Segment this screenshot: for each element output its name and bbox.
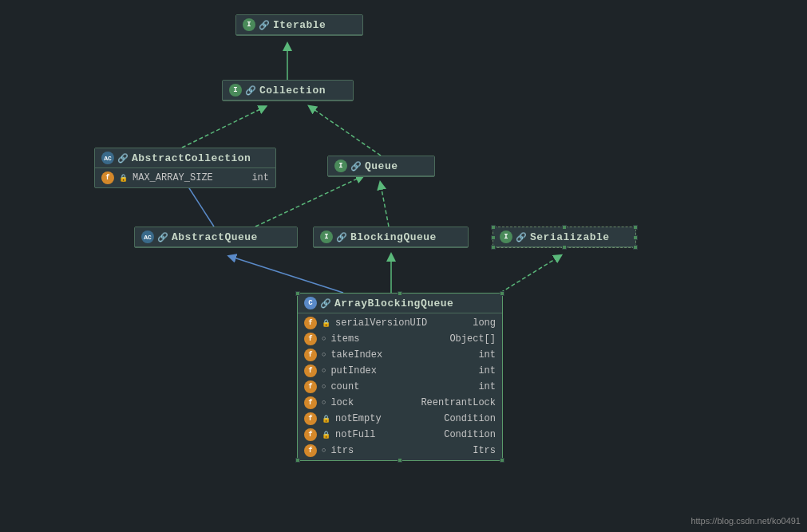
resize-handle-tr[interactable]	[633, 225, 638, 230]
svg-line-8	[231, 257, 343, 293]
queue-node: I 🔗 Queue	[327, 156, 435, 177]
resize-handle-br[interactable]	[633, 245, 638, 250]
svg-line-5	[311, 108, 381, 156]
field-type: Condition	[444, 413, 496, 424]
circle-icon: ○	[322, 351, 326, 359]
abstract-collection-body: f 🔒 MAX_ARRAY_SIZE int	[95, 168, 275, 187]
circle-icon: ○	[322, 447, 326, 455]
field-type: int	[251, 172, 269, 183]
table-row: f ○ takeIndex int	[298, 347, 502, 363]
svg-line-11	[381, 185, 389, 227]
field-type: ReentrantLock	[421, 397, 496, 408]
serializable-node: I 🔗 Serializable	[493, 227, 636, 248]
resize-handle-bl[interactable]	[491, 245, 496, 250]
field-name: lock	[330, 397, 416, 408]
resize-handle-tr[interactable]	[500, 291, 504, 296]
abstract-queue-badge: AC	[141, 231, 154, 243]
resize-handle-t[interactable]	[398, 291, 402, 296]
resize-handle-br[interactable]	[500, 458, 504, 463]
table-row: f ○ count int	[298, 379, 502, 395]
iterable-title: Iterable	[273, 19, 326, 31]
svg-line-4	[182, 108, 263, 148]
queue-title: Queue	[365, 160, 398, 172]
table-row: f ○ putIndex int	[298, 363, 502, 379]
iterable-node: I 🔗 Iterable	[235, 14, 363, 36]
array-blocking-queue-node: C 🔗 ArrayBlockingQueue f 🔒 serialVersion…	[297, 293, 503, 461]
resize-handle-tl[interactable]	[491, 225, 496, 230]
field-name: MAX_ARRAY_SIZE	[133, 172, 247, 183]
iterable-badge: I	[243, 18, 255, 31]
array-blocking-queue-body: f 🔒 serialVersionUID long f ○ items Obje…	[298, 313, 502, 460]
abstract-queue-node: AC 🔗 AbstractQueue	[134, 227, 298, 248]
blocking-queue-title: BlockingQueue	[350, 231, 437, 243]
blocking-queue-link-icon: 🔗	[336, 232, 347, 242]
queue-header: I 🔗 Queue	[328, 156, 434, 176]
table-row: f ○ items Object[]	[298, 331, 502, 347]
table-row: f 🔒 serialVersionUID long	[298, 315, 502, 331]
field-name: putIndex	[330, 365, 473, 376]
watermark: https://blog.csdn.net/ko0491	[690, 516, 801, 526]
resize-handle-b[interactable]	[562, 245, 567, 250]
diagram-container: I 🔗 Iterable I 🔗 Collection AC 🔗 Abstrac…	[0, 0, 807, 532]
collection-link-icon: 🔗	[245, 85, 256, 96]
field-badge: f	[304, 412, 317, 425]
array-blocking-queue-link-icon: 🔗	[320, 298, 331, 309]
iterable-link-icon: 🔗	[259, 20, 270, 30]
blocking-queue-node: I 🔗 BlockingQueue	[313, 227, 469, 248]
serializable-title: Serializable	[530, 231, 610, 243]
resize-handle-bl[interactable]	[295, 458, 300, 463]
resize-handle-b[interactable]	[398, 458, 402, 463]
field-name: notEmpty	[335, 413, 439, 424]
table-row: f 🔒 notEmpty Condition	[298, 411, 502, 427]
field-badge: f	[304, 349, 317, 361]
field-type: int	[478, 365, 496, 376]
field-name: takeIndex	[330, 349, 473, 361]
abstract-collection-node: AC 🔗 AbstractCollection f 🔒 MAX_ARRAY_SI…	[94, 148, 276, 188]
array-blocking-queue-badge: C	[304, 297, 317, 309]
field-badge: f	[101, 171, 114, 184]
collection-title: Collection	[259, 85, 326, 97]
field-badge: f	[304, 444, 317, 457]
field-type: int	[478, 381, 496, 392]
lock-icon: 🔒	[322, 415, 330, 424]
field-type: Object[]	[449, 333, 496, 345]
field-badge: f	[304, 396, 317, 409]
field-badge: f	[304, 317, 317, 329]
field-type: Itrs	[473, 445, 496, 456]
serializable-link-icon: 🔗	[516, 232, 527, 242]
collection-node: I 🔗 Collection	[222, 80, 354, 101]
abstract-collection-title: AbstractCollection	[132, 152, 251, 164]
resize-handle-t[interactable]	[562, 225, 567, 230]
abstract-collection-badge: AC	[101, 152, 114, 164]
field-badge: f	[304, 428, 317, 441]
field-name: serialVersionUID	[335, 317, 468, 329]
field-name: itrs	[330, 445, 468, 456]
circle-icon: ○	[322, 367, 326, 375]
abstract-collection-header: AC 🔗 AbstractCollection	[95, 148, 275, 168]
lock-icon: 🔒	[322, 431, 330, 439]
field-type: Condition	[444, 429, 496, 440]
lock-icon: 🔒	[322, 319, 330, 328]
abstract-queue-link-icon: 🔗	[157, 232, 168, 242]
field-badge: f	[304, 380, 317, 393]
resize-handle-r[interactable]	[633, 235, 638, 240]
field-name: count	[330, 381, 473, 392]
blocking-queue-badge: I	[320, 231, 333, 243]
field-type: int	[478, 349, 496, 361]
field-badge: f	[304, 333, 317, 345]
field-badge: f	[304, 365, 317, 377]
field-name: notFull	[335, 429, 439, 440]
array-blocking-queue-header: C 🔗 ArrayBlockingQueue	[298, 294, 502, 313]
table-row: f 🔒 MAX_ARRAY_SIZE int	[95, 170, 275, 186]
circle-icon: ○	[322, 335, 326, 343]
queue-link-icon: 🔗	[350, 161, 362, 171]
array-blocking-queue-title: ArrayBlockingQueue	[334, 298, 453, 309]
queue-badge: I	[334, 160, 347, 172]
svg-line-10	[500, 257, 559, 293]
resize-handle-tl[interactable]	[295, 291, 300, 296]
iterable-header: I 🔗 Iterable	[236, 15, 362, 35]
blocking-queue-header: I 🔗 BlockingQueue	[314, 227, 468, 247]
resize-handle-l[interactable]	[491, 235, 496, 240]
field-name: items	[330, 333, 445, 345]
abstract-collection-link-icon: 🔗	[117, 153, 129, 164]
